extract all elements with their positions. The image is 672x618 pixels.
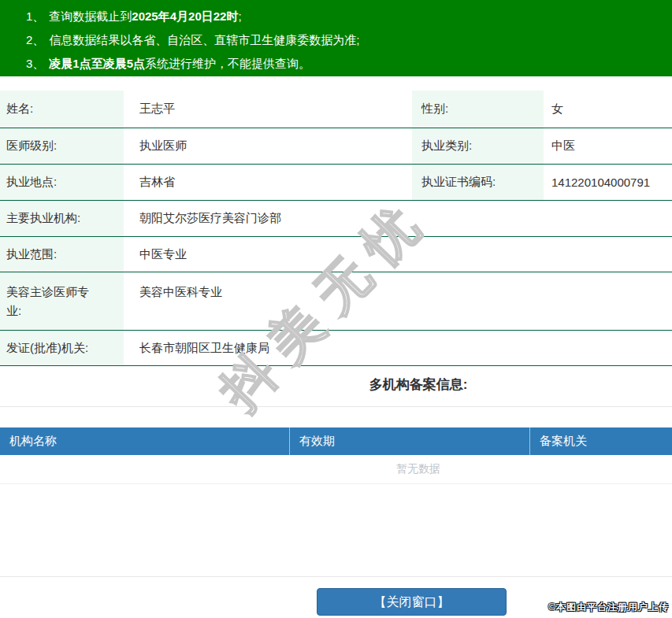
field-label-issuing-authority: 发证(批准)机关: <box>0 331 124 365</box>
field-value-issuing-authority: 长春市朝阳区卫生健康局 <box>124 331 672 365</box>
notice-number: 3、 <box>26 57 44 70</box>
field-label-gender: 性别: <box>412 91 544 128</box>
registry-header-authority: 备案机关 <box>530 427 672 455</box>
registry-table: 机构名称 有效期 备案机关 暂无数据 <box>0 427 672 484</box>
field-label-practice-scope: 执业范围: <box>0 237 124 272</box>
page-container: 1、查询数据截止到2025年4月20日22时; 2、信息数据结果以各省、自治区、… <box>0 0 672 616</box>
divider <box>0 576 672 577</box>
notice-text-bold: 凌晨1点至凌晨5点 <box>49 57 145 70</box>
registry-header-validity: 有效期 <box>290 427 530 455</box>
close-window-button[interactable]: 【关闭窗口】 <box>317 588 507 616</box>
field-value-gender: 女 <box>544 91 672 128</box>
notice-text-bold: 2025年4月20日22时 <box>132 9 238 23</box>
spacer <box>0 484 672 576</box>
field-label-name: 姓名: <box>0 91 124 128</box>
table-row: 发证(批准)机关: 长春市朝阳区卫生健康局 <box>0 331 672 366</box>
registry-header-row: 机构名称 有效期 备案机关 <box>0 427 672 455</box>
field-label-main-institution: 主要执业机构: <box>0 201 124 236</box>
field-value-practice-place: 吉林省 <box>124 165 412 200</box>
notice-line-2: 2、信息数据结果以各省、自治区、直辖市卫生健康委数据为准; <box>26 28 672 52</box>
field-label-practice-type: 执业类别: <box>412 128 544 164</box>
field-value-doctor-level: 执业医师 <box>124 128 412 164</box>
notice-text: 系统进行维护，不能提供查询。 <box>145 57 310 70</box>
table-row: 执业地点: 吉林省 执业证书编码: 141220104000791 <box>0 165 672 201</box>
field-label-cosmetic-specialty: 美容主诊医师专业: <box>0 272 124 330</box>
field-label-practice-place: 执业地点: <box>0 165 124 200</box>
field-value-certificate-no: 141220104000791 <box>544 165 672 200</box>
table-row: 主要执业机构: 朝阳艾尔莎医疗美容门诊部 <box>0 201 672 237</box>
notice-line-3: 3、凌晨1点至凌晨5点系统进行维护，不能提供查询。 <box>26 52 672 76</box>
table-row: 美容主诊医师专业: 美容中医科专业 <box>0 272 672 331</box>
notice-text: ; <box>238 9 241 23</box>
registry-section-title: 多机构备案信息: <box>0 366 672 407</box>
practitioner-info-table: 姓名: 王志平 性别: 女 医师级别: 执业医师 执业类别: 中医 执业地点: … <box>0 91 672 366</box>
notice-line-1: 1、查询数据截止到2025年4月20日22时; <box>26 5 672 28</box>
notice-number: 2、 <box>26 33 44 46</box>
field-value-practice-scope: 中医专业 <box>124 237 672 272</box>
notice-number: 1、 <box>26 9 44 23</box>
notice-text: 查询数据截止到 <box>49 9 132 23</box>
field-value-practice-type: 中医 <box>544 128 672 164</box>
field-value-name: 王志平 <box>124 91 412 128</box>
table-row: 姓名: 王志平 性别: 女 <box>0 91 672 128</box>
table-row: 医师级别: 执业医师 执业类别: 中医 <box>0 128 672 165</box>
notice-text: 信息数据结果以各省、自治区、直辖市卫生健康委数据为准; <box>49 33 359 46</box>
field-label-certificate-no: 执业证书编码: <box>412 165 544 200</box>
empty-data-text: 暂无数据 <box>0 455 672 484</box>
field-value-cosmetic-specialty: 美容中医科专业 <box>124 272 672 330</box>
notice-banner: 1、查询数据截止到2025年4月20日22时; 2、信息数据结果以各省、自治区、… <box>0 0 672 76</box>
table-row: 执业范围: 中医专业 <box>0 237 672 272</box>
field-label-doctor-level: 医师级别: <box>0 128 124 164</box>
field-value-main-institution: 朝阳艾尔莎医疗美容门诊部 <box>124 201 672 236</box>
registry-header-institution: 机构名称 <box>0 427 290 455</box>
credit-watermark-text: ©本图由平台注册用户上传 <box>548 601 669 614</box>
